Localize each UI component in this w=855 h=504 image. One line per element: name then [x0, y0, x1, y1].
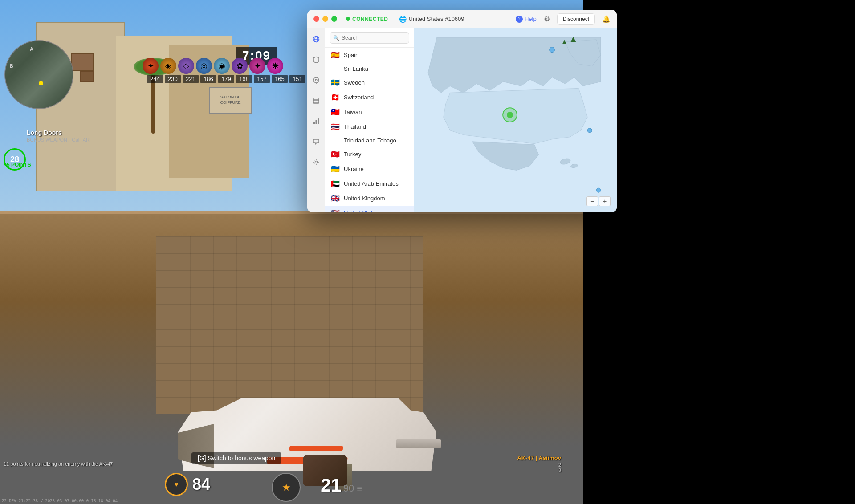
country-name-label: Taiwan: [344, 109, 408, 115]
country-flag-icon: 🇦🇪: [330, 179, 340, 188]
country-flag-icon: 🇺🇸: [330, 209, 340, 212]
help-button[interactable]: ? Help: [516, 16, 537, 23]
country-item[interactable]: 🇦🇪United Arab Emirates: [325, 176, 414, 191]
country-item[interactable]: 🇺🇦Ukraine: [325, 162, 414, 176]
svg-point-20: [587, 128, 592, 133]
country-name-label: Switzerland: [344, 94, 408, 101]
svg-point-19: [550, 47, 555, 53]
svg-point-4: [315, 79, 317, 81]
search-box: 🔍: [325, 28, 414, 48]
country-item[interactable]: Sri Lanka: [325, 62, 414, 75]
country-name-label: Turkey: [344, 151, 408, 158]
sidebar-item-chat[interactable]: [310, 135, 322, 148]
vpn-sidebar: [307, 28, 325, 212]
country-name-label: Ukraine: [344, 166, 408, 172]
country-flag-icon: 🇨🇭: [330, 93, 340, 102]
country-list-container: 🇪🇸SpainSri Lanka🇸🇪Sweden🇨🇭Switzerland🇹🇼T…: [325, 48, 414, 212]
sidebar-item-settings[interactable]: [310, 156, 322, 168]
vpn-window: CONNECTED 🌐 United States #10609 ? Help …: [307, 10, 617, 212]
country-item[interactable]: 🇺🇸United States: [325, 206, 414, 212]
sidebar-item-layers[interactable]: [310, 94, 322, 107]
svg-point-13: [315, 161, 317, 163]
vpn-titlebar: CONNECTED 🌐 United States #10609 ? Help …: [307, 10, 617, 28]
server-info: 🌐 United States #10609: [399, 16, 464, 23]
status-text: CONNECTED: [352, 16, 388, 22]
connection-status: CONNECTED: [346, 16, 388, 22]
country-list: 🔍 🇪🇸SpainSri Lanka🇸🇪Sweden🇨🇭Switzerland🇹…: [325, 28, 414, 212]
country-item[interactable]: 🇨🇭Switzerland: [325, 90, 414, 105]
zoom-out-button[interactable]: −: [586, 196, 598, 206]
country-name-label: Sweden: [344, 79, 408, 86]
notification-bell-icon[interactable]: 🔔: [602, 15, 611, 23]
search-input[interactable]: [330, 32, 409, 44]
svg-rect-11: [315, 120, 317, 124]
settings-icon[interactable]: ⚙: [544, 15, 550, 23]
country-name-label: United Arab Emirates: [344, 180, 408, 187]
map-svg: ▲ ▲: [414, 28, 617, 212]
country-flag-icon: 🇺🇦: [330, 165, 340, 173]
svg-rect-9: [314, 102, 319, 103]
country-item[interactable]: 🇹🇷Turkey: [325, 147, 414, 162]
country-name-label: Spain: [344, 52, 408, 58]
titlebar-right: ? Help ⚙ Disconnect 🔔: [516, 13, 611, 25]
country-flag-icon: 🇸🇪: [330, 78, 340, 87]
vpn-main-content: 🔍 🇪🇸SpainSri Lanka🇸🇪Sweden🇨🇭Switzerland🇹…: [307, 28, 617, 212]
sidebar-item-stats[interactable]: [310, 115, 322, 127]
svg-text:▲: ▲: [569, 34, 578, 44]
svg-point-3: [314, 77, 319, 83]
country-item[interactable]: Trinidad and Tobago: [325, 134, 414, 147]
country-name-label: Sri Lanka: [344, 65, 408, 72]
country-name-label: Thailand: [344, 123, 408, 130]
vpn-map: ▲ ▲ − +: [414, 28, 617, 212]
help-icon: ?: [516, 16, 523, 23]
svg-rect-8: [314, 100, 319, 102]
traffic-lights: [314, 16, 337, 22]
sidebar-item-target[interactable]: [310, 74, 322, 86]
svg-point-18: [507, 112, 513, 118]
country-flag-icon: 🇹🇭: [330, 122, 340, 131]
country-flag-icon: 🇹🇼: [330, 108, 340, 116]
country-item[interactable]: 🇬🇧United Kingdom: [325, 191, 414, 206]
country-flag-icon: 🇹🇷: [330, 150, 340, 159]
country-name-label: United States: [344, 210, 408, 212]
sidebar-item-globe[interactable]: [310, 33, 322, 45]
close-button[interactable]: [314, 16, 319, 22]
sidebar-item-shield[interactable]: [310, 53, 322, 66]
svg-rect-10: [314, 122, 315, 124]
country-name-label: Trinidad and Tobago: [344, 137, 408, 144]
minimize-button[interactable]: [322, 16, 328, 22]
country-item[interactable]: 🇹🇼Taiwan: [325, 105, 414, 119]
status-dot: [346, 17, 350, 21]
country-name-label: United Kingdom: [344, 195, 408, 202]
zoom-controls: − +: [586, 196, 611, 206]
search-icon: 🔍: [333, 35, 339, 41]
server-name: United States #10609: [409, 16, 464, 22]
country-flag-icon: 🇪🇸: [330, 51, 340, 59]
country-item[interactable]: 🇸🇪Sweden: [325, 75, 414, 90]
svg-point-21: [596, 188, 601, 192]
zoom-in-button[interactable]: +: [599, 196, 611, 206]
svg-rect-7: [314, 98, 319, 100]
help-label: Help: [525, 16, 537, 22]
search-wrapper: 🔍: [330, 32, 409, 44]
server-flag: 🌐: [399, 16, 407, 23]
svg-text:▲: ▲: [561, 38, 568, 45]
maximize-button[interactable]: [331, 16, 337, 22]
country-item[interactable]: 🇹🇭Thailand: [325, 119, 414, 134]
disconnect-button[interactable]: Disconnect: [557, 13, 595, 25]
game-lower: [0, 214, 583, 504]
svg-rect-12: [318, 118, 319, 124]
country-flag-icon: 🇬🇧: [330, 194, 340, 203]
country-item[interactable]: 🇪🇸Spain: [325, 48, 414, 62]
